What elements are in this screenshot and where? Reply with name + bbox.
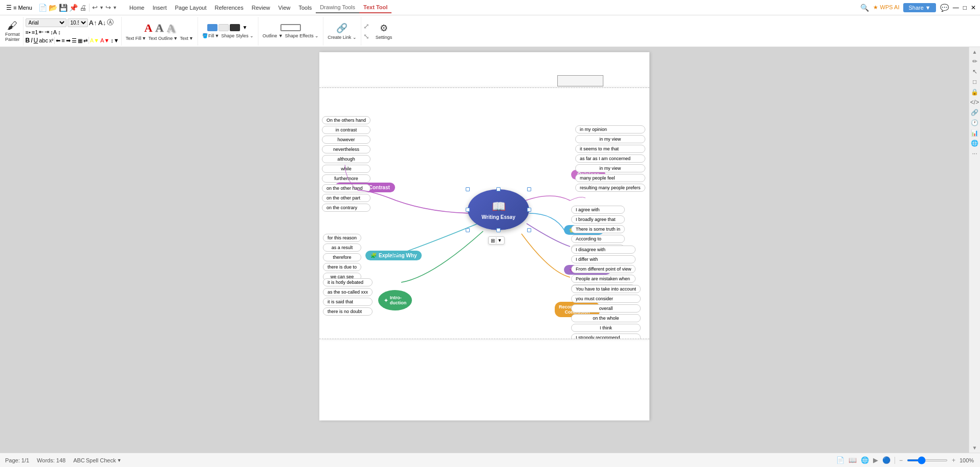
create-link-button[interactable]: 🔗 Create Link ⌄	[328, 23, 357, 40]
align-left-button[interactable]: ⬅	[56, 37, 60, 44]
font-increase-button[interactable]: A↑	[89, 19, 97, 27]
tab-insert[interactable]: Insert	[148, 3, 171, 13]
spell-check-dropdown[interactable]: ▼	[117, 458, 121, 463]
maximize-button[interactable]: □	[963, 4, 967, 11]
align-center-button[interactable]: ≡	[61, 37, 64, 43]
sidebar-rect-icon[interactable]: □	[973, 78, 976, 85]
text-shadow-button[interactable]: A	[167, 21, 175, 35]
print-button[interactable]: 🖨	[79, 4, 86, 12]
superscript-button[interactable]: x²	[49, 38, 53, 43]
expand-button[interactable]: ⤢	[363, 22, 369, 30]
zoom-out-button[interactable]: −	[899, 457, 903, 464]
tab-drawing-tools[interactable]: Drawing Tools	[316, 2, 359, 13]
document-area[interactable]: 📖 Writing Essay ⊞ ▼ Expressing Co	[0, 47, 969, 453]
word-count: Words: 148	[37, 457, 66, 463]
col-button[interactable]: ▦	[78, 38, 82, 43]
sidebar-globe-icon[interactable]: 🌐	[971, 140, 978, 147]
collapse-button[interactable]: ⤡	[363, 32, 369, 40]
new-button[interactable]: 📄	[38, 4, 47, 12]
web-view-button[interactable]: 🌐	[861, 456, 869, 464]
numbering-button[interactable]: ≡1	[32, 29, 38, 35]
para-spacing-button[interactable]: ↕	[58, 29, 61, 35]
toolbar-copy-icon[interactable]: ⊞	[491, 238, 495, 243]
page-info: Page: 1/1	[5, 457, 29, 463]
node-toolbar[interactable]: ⊞ ▼	[488, 236, 505, 244]
page-view-button[interactable]: 📄	[836, 456, 844, 464]
text-fill-dropdown[interactable]: Text Fill ▼	[126, 36, 146, 41]
bold-button[interactable]: B	[26, 37, 30, 44]
chat-button[interactable]: 💬	[940, 4, 949, 12]
sidebar-pen-icon[interactable]: ✏	[972, 58, 977, 65]
redo-dropdown[interactable]: ▼	[113, 5, 117, 10]
font-name-select[interactable]: Arial	[26, 18, 67, 27]
menu-button[interactable]: ☰ ≡ Menu	[4, 3, 34, 12]
tab-view[interactable]: View	[274, 3, 295, 13]
search-button[interactable]: 🔍	[860, 4, 869, 12]
zoom-slider[interactable]	[907, 459, 948, 461]
shape-styles-button[interactable]: Shape Styles ⌄	[221, 33, 254, 38]
tab-references[interactable]: References	[210, 3, 247, 13]
font-decrease-button[interactable]: A↓	[98, 19, 106, 27]
page-bottom	[319, 339, 649, 420]
text-outline-button[interactable]: A	[156, 21, 164, 35]
bullets-button[interactable]: ≡•	[26, 29, 31, 35]
read-view-button[interactable]: 📖	[848, 456, 857, 464]
spell-check-button[interactable]: ABC Spell Check ▼	[73, 457, 121, 463]
zoom-in-button[interactable]: +	[952, 457, 955, 464]
settings-button[interactable]: ⚙ Settings	[376, 23, 393, 40]
toolbar-dropdown-icon[interactable]: ▼	[497, 238, 502, 243]
open-button[interactable]: 📂	[49, 4, 57, 12]
italic-button[interactable]: I	[31, 37, 32, 44]
wps-ai-button[interactable]: ★ WPS AI	[873, 4, 899, 11]
sidebar-chart-icon[interactable]: 📊	[971, 129, 978, 137]
tab-home[interactable]: Home	[125, 3, 148, 13]
text-dir-button[interactable]: ⇄	[83, 38, 88, 43]
text-fill-button[interactable]: A	[144, 21, 153, 35]
tab-text-tool[interactable]: Text Tool	[359, 2, 391, 13]
format-painter-label: Format Painter	[5, 32, 20, 42]
line-spacing-button[interactable]: ↕▼	[111, 37, 119, 43]
undo-button[interactable]: ↩	[92, 4, 98, 11]
underline-button[interactable]: U	[34, 37, 38, 44]
align-right-button[interactable]: ➡	[66, 37, 71, 44]
indent-button[interactable]: ⇥	[45, 29, 49, 35]
text-effects-dropdown[interactable]: Text ▼	[180, 36, 193, 41]
share-button[interactable]: Share ▼	[903, 3, 935, 12]
fill-button[interactable]: 🪣 Fill ▼	[202, 33, 219, 38]
sidebar-scroll-up[interactable]: ▲	[972, 49, 977, 55]
font-size-select[interactable]: 10.5	[68, 18, 88, 27]
close-button[interactable]: ✕	[971, 4, 976, 11]
text-outline-dropdown[interactable]: Text Outline ▼	[148, 36, 178, 41]
sidebar-more-icon[interactable]: ···	[972, 150, 977, 157]
center-node-icon: 📖	[492, 200, 506, 213]
strikethrough-button[interactable]: abc	[39, 37, 48, 43]
save-button[interactable]: 💾	[59, 4, 68, 12]
sidebar-select-icon[interactable]: ↖	[972, 68, 977, 75]
sort-button[interactable]: ↕A	[50, 29, 57, 35]
pin-button[interactable]: 📌	[69, 4, 78, 12]
menu-label: ≡ Menu	[13, 5, 32, 11]
focus-button[interactable]: 🔵	[882, 456, 890, 464]
clear-format-button[interactable]: Ⓐ	[107, 18, 114, 27]
font-color-button[interactable]: A▼	[100, 37, 110, 43]
sidebar-code-icon[interactable]: </>	[970, 99, 979, 106]
center-node[interactable]: 📖 Writing Essay	[468, 189, 529, 230]
sidebar-lock-icon[interactable]: 🔒	[971, 88, 978, 96]
redo-button[interactable]: ↪	[105, 4, 111, 11]
tab-page-layout[interactable]: Page Layout	[171, 3, 211, 13]
shape-effects-button[interactable]: Shape Effects ⌄	[285, 33, 319, 38]
sidebar-link-icon[interactable]: 🔗	[971, 109, 978, 116]
tab-review[interactable]: Review	[248, 3, 274, 13]
minimize-button[interactable]: —	[953, 4, 959, 11]
create-link-label: Create Link ⌄	[328, 35, 357, 40]
highlight-button[interactable]: A▼	[90, 37, 99, 43]
format-painter-button[interactable]: 🖌 Format Painter	[5, 20, 20, 42]
undo-dropdown[interactable]: ▼	[99, 5, 104, 10]
play-button[interactable]: ▶	[873, 456, 878, 464]
sidebar-scroll-down[interactable]: ▼	[972, 445, 977, 451]
sidebar-clock-icon[interactable]: 🕐	[971, 119, 978, 126]
outline-button[interactable]: Outline ▼	[263, 33, 283, 38]
outdent-button[interactable]: ⇤	[39, 29, 43, 35]
tab-tools[interactable]: Tools	[294, 3, 316, 13]
justify-button[interactable]: ☰	[72, 37, 77, 44]
